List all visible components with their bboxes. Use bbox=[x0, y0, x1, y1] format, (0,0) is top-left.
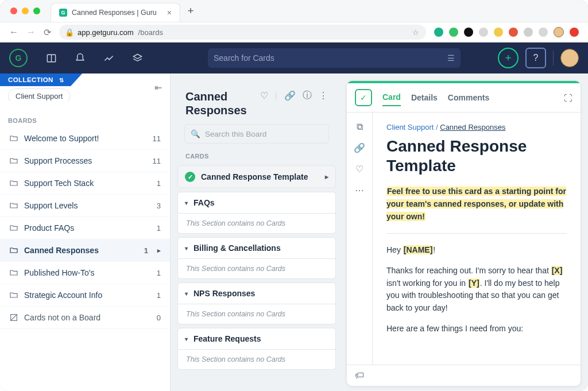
address-bar[interactable]: 🔒 app.getguru.com/boards ☆ bbox=[59, 25, 426, 40]
minimize-window[interactable] bbox=[22, 7, 29, 14]
svg-marker-2 bbox=[133, 54, 141, 59]
cards-heading: CARDS bbox=[176, 150, 337, 162]
nav-analytics[interactable] bbox=[98, 47, 119, 69]
nav-collections[interactable] bbox=[126, 47, 148, 69]
board-search[interactable]: 🔍 Search this Board bbox=[184, 124, 329, 144]
crumb-collection[interactable]: Client Support bbox=[386, 123, 434, 131]
tag-icon[interactable]: 🏷 bbox=[355, 370, 364, 381]
card-row-template[interactable]: ✓ Canned Response Template ▸ bbox=[177, 165, 336, 188]
verify-button[interactable]: ✓ bbox=[355, 89, 372, 106]
more-icon[interactable]: ⋮ bbox=[319, 90, 328, 101]
sidebar-item-welcome[interactable]: Welcome to Support! 11 bbox=[0, 127, 170, 150]
card-body-2: Here are a few things I need from you: bbox=[386, 323, 567, 335]
browser-avatar[interactable] bbox=[554, 27, 564, 37]
favorite-icon[interactable]: ♡ bbox=[260, 90, 268, 101]
sidebar-item-howto[interactable]: Published How-To's 1 bbox=[0, 262, 170, 284]
url-host: app.getguru.com bbox=[78, 28, 134, 37]
window-controls bbox=[0, 7, 48, 14]
search-placeholder: Search for Cards bbox=[214, 53, 274, 63]
more-icon[interactable]: ⋯ bbox=[355, 185, 364, 196]
sidebar-item-strategic[interactable]: Strategic Account Info 1 bbox=[0, 284, 170, 307]
link-icon[interactable]: 🔗 bbox=[284, 90, 296, 101]
guru-logo[interactable]: G bbox=[9, 49, 28, 67]
triangle-down-icon: ▾ bbox=[185, 291, 188, 297]
ext-yellow[interactable] bbox=[494, 28, 503, 37]
collapse-sidebar-icon[interactable]: ⇤ bbox=[154, 82, 162, 93]
card-title: Canned Response Template bbox=[386, 137, 567, 175]
ext-grey2[interactable] bbox=[524, 28, 533, 37]
divider bbox=[553, 51, 554, 65]
tab-details[interactable]: Details bbox=[411, 90, 438, 106]
nav-boards[interactable] bbox=[40, 47, 62, 69]
global-search[interactable]: Search for Cards ☰ bbox=[208, 48, 461, 68]
tab-comments[interactable]: Comments bbox=[448, 90, 489, 106]
add-card-button[interactable]: + bbox=[498, 48, 519, 68]
ext-black[interactable] bbox=[464, 28, 473, 37]
ext-red[interactable] bbox=[570, 28, 579, 37]
svg-line-4 bbox=[11, 315, 17, 321]
copy-icon[interactable]: ⧉ bbox=[357, 122, 363, 132]
sidebar-item-techstack[interactable]: Support Tech Stack 1 bbox=[0, 172, 170, 195]
section-feature[interactable]: ▾Feature Requests This Section contains … bbox=[177, 328, 336, 370]
ext-grey1[interactable] bbox=[479, 28, 488, 37]
expand-icon[interactable]: ⛶ bbox=[564, 93, 572, 103]
collection-chip[interactable]: Client Support bbox=[8, 88, 70, 101]
sidebar-item-unassigned[interactable]: Cards not on a Board 0 bbox=[0, 307, 170, 329]
card-footer: 🏷 bbox=[347, 365, 581, 386]
folder-icon bbox=[9, 179, 18, 188]
sidebar-item-processes[interactable]: Support Processes 11 bbox=[0, 150, 170, 172]
folder-icon bbox=[9, 134, 18, 143]
ext-grey3[interactable] bbox=[539, 28, 548, 37]
nav-notifications[interactable] bbox=[69, 47, 91, 69]
card-content: Client Support / Canned Responses Canned… bbox=[373, 113, 581, 365]
empty-text: This Section contains no Cards bbox=[178, 258, 335, 278]
empty-text: This Section contains no Cards bbox=[178, 349, 335, 369]
section-faqs[interactable]: ▾FAQs This Section contains no Cards bbox=[177, 192, 336, 234]
lock-icon: 🔒 bbox=[66, 29, 73, 36]
board-search-placeholder: Search this Board bbox=[205, 130, 266, 138]
tab-card[interactable]: Card bbox=[382, 89, 401, 106]
chevron-right-icon: ▸ bbox=[325, 173, 328, 181]
unassigned-icon bbox=[9, 313, 18, 322]
reload-button[interactable]: ⟳ bbox=[44, 27, 51, 38]
close-tab-icon[interactable]: × bbox=[167, 8, 172, 17]
triangle-down-icon: ▾ bbox=[185, 245, 188, 251]
user-avatar[interactable] bbox=[560, 49, 579, 67]
search-icon: 🔍 bbox=[191, 129, 200, 138]
bookmark-icon[interactable]: ☆ bbox=[412, 28, 419, 37]
section-nps[interactable]: ▾NPS Responses This Section contains no … bbox=[177, 282, 336, 324]
favicon: G bbox=[59, 9, 67, 17]
favorite-icon[interactable]: ♡ bbox=[355, 164, 363, 175]
sidebar-item-levels[interactable]: Support Levels 3 bbox=[0, 195, 170, 217]
sidebar-item-canned[interactable]: Canned Responses 1 ▸ bbox=[0, 239, 170, 262]
app-header: G Search for Cards ☰ + ? bbox=[0, 42, 588, 73]
board-title: Canned Responses bbox=[185, 90, 256, 117]
ext-orange[interactable] bbox=[509, 28, 518, 37]
browser-tab-bar: G Canned Responses | Guru × + bbox=[0, 0, 588, 22]
tab-title: Canned Responses | Guru bbox=[72, 9, 157, 17]
back-button[interactable]: ← bbox=[9, 27, 18, 37]
sidebar-item-faqs[interactable]: Product FAQs 1 bbox=[0, 217, 170, 239]
browser-toolbar: ← → ⟳ 🔒 app.getguru.com/boards ☆ bbox=[0, 22, 588, 42]
close-window[interactable] bbox=[10, 7, 17, 14]
link-icon[interactable]: 🔗 bbox=[354, 142, 365, 153]
folder-icon bbox=[9, 268, 18, 277]
ext-guru[interactable] bbox=[434, 28, 443, 37]
new-tab-button[interactable]: + bbox=[183, 3, 199, 19]
search-filter-icon[interactable]: ☰ bbox=[447, 53, 455, 63]
help-button[interactable]: ? bbox=[525, 48, 546, 68]
card-viewer-wrap: ✓ Card Details Comments ⛶ ⧉ 🔗 ♡ ⋯ Client… bbox=[343, 73, 588, 391]
browser-tab[interactable]: G Canned Responses | Guru × bbox=[51, 3, 180, 22]
crumb-board[interactable]: Canned Responses bbox=[440, 123, 505, 131]
maximize-window[interactable] bbox=[33, 7, 40, 14]
section-billing[interactable]: ▾Billing & Cancellations This Section co… bbox=[177, 237, 336, 279]
forward-button: → bbox=[26, 27, 36, 37]
breadcrumb: Client Support / Canned Responses bbox=[386, 122, 567, 133]
info-icon[interactable]: ⓘ bbox=[303, 90, 312, 102]
ext-green[interactable] bbox=[449, 28, 458, 37]
chevron-right-icon: ▸ bbox=[157, 247, 161, 254]
url-path: /boards bbox=[138, 28, 163, 37]
folder-icon bbox=[9, 246, 18, 255]
folder-icon bbox=[9, 201, 18, 210]
collection-dropdown[interactable]: COLLECTION ⇅ bbox=[0, 73, 82, 86]
